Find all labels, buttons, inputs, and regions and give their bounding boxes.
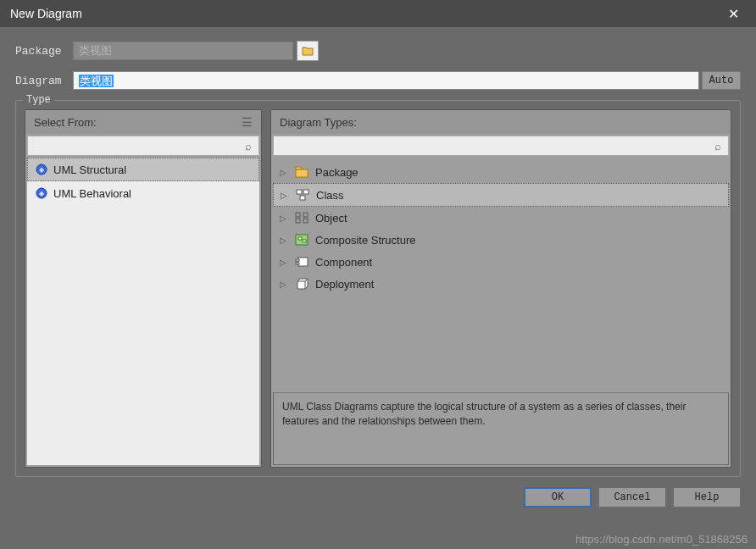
tree-item-object[interactable]: ▷ Object [273,207,729,229]
browse-package-button[interactable] [297,41,319,61]
help-button[interactable]: Help [673,487,741,507]
titlebar: New Diagram ✕ [0,0,756,27]
ok-button[interactable]: OK [524,487,592,507]
tree-item-class[interactable]: ▷ Class [273,183,729,207]
svg-text:◈: ◈ [39,190,45,197]
description-box: UML Class Diagrams capture the logical s… [273,392,729,465]
svg-rect-12 [303,219,308,223]
package-icon [295,165,309,179]
object-icon [295,211,309,225]
select-from-list: ◈ UML Structural ◈ UML Behavioral [27,158,259,465]
menu-icon[interactable]: ☰ [242,115,253,129]
auto-button[interactable]: Auto [702,71,741,90]
deployment-icon [295,277,309,291]
tree-item-package[interactable]: ▷ Package [273,161,729,183]
window-title: New Diagram [10,7,82,20]
chevron-right-icon[interactable]: ▷ [280,280,288,289]
package-input[interactable] [73,42,293,60]
svg-rect-10 [303,213,308,217]
svg-rect-8 [300,196,305,200]
class-icon [296,188,309,202]
chevron-right-icon[interactable]: ▷ [280,258,288,267]
chevron-right-icon[interactable]: ▷ [280,236,288,245]
search-icon: ⌕ [714,140,721,152]
select-from-search[interactable]: ⌕ [27,136,259,156]
chevron-right-icon[interactable]: ▷ [281,191,289,200]
svg-rect-14 [298,237,302,240]
svg-text:◈: ◈ [39,166,45,174]
diagram-types-panel: Diagram Types: ⌕ ▷ Package ▷ Class [270,109,731,468]
svg-rect-17 [296,259,299,261]
uml-icon: ◈ [35,186,48,200]
diagram-label: Diagram [15,75,73,87]
svg-rect-6 [297,190,302,194]
folder-icon [302,46,314,56]
list-item-uml-structural[interactable]: ◈ UML Structural [27,158,259,181]
svg-rect-15 [303,240,306,242]
tree-item-composite[interactable]: ▷ Composite Structure [273,229,729,251]
svg-rect-16 [298,258,308,266]
diagram-input[interactable]: 类视图 [73,71,699,90]
svg-rect-9 [296,213,300,217]
component-icon [295,255,309,269]
type-group: Type Select From: ☰ ⌕ ◈ UML Structural ◈ [15,100,741,477]
svg-rect-11 [296,219,300,223]
package-row: Package [15,41,741,61]
type-legend: Type [23,94,54,106]
uml-icon: ◈ [35,163,48,176]
dialog-footer: OK Cancel Help [15,487,741,507]
chevron-right-icon[interactable]: ▷ [280,214,288,223]
diagram-types-list: ▷ Package ▷ Class ▷ Object [271,158,731,389]
chevron-right-icon[interactable]: ▷ [280,168,288,177]
search-icon: ⌕ [245,140,252,152]
svg-rect-5 [296,167,301,169]
cancel-button[interactable]: Cancel [598,487,666,507]
diagram-row: Diagram 类视图 Auto [15,71,741,90]
tree-item-deployment[interactable]: ▷ Deployment [273,273,729,295]
composite-icon [295,233,309,247]
close-icon[interactable]: ✕ [721,3,746,25]
svg-rect-7 [303,190,309,194]
list-item-uml-behavioral[interactable]: ◈ UML Behavioral [27,181,259,205]
diagram-types-header: Diagram Types: [271,110,731,134]
select-from-panel: Select From: ☰ ⌕ ◈ UML Structural ◈ UML … [25,109,262,468]
tree-item-component[interactable]: ▷ Component [273,251,729,273]
diagram-types-search[interactable]: ⌕ [273,136,729,156]
dialog-body: Package Diagram 类视图 Auto Type Select Fro… [0,27,756,549]
package-label: Package [15,45,73,58]
svg-rect-18 [296,263,299,264]
svg-rect-4 [296,169,308,177]
select-from-header: Select From: ☰ [25,110,261,134]
